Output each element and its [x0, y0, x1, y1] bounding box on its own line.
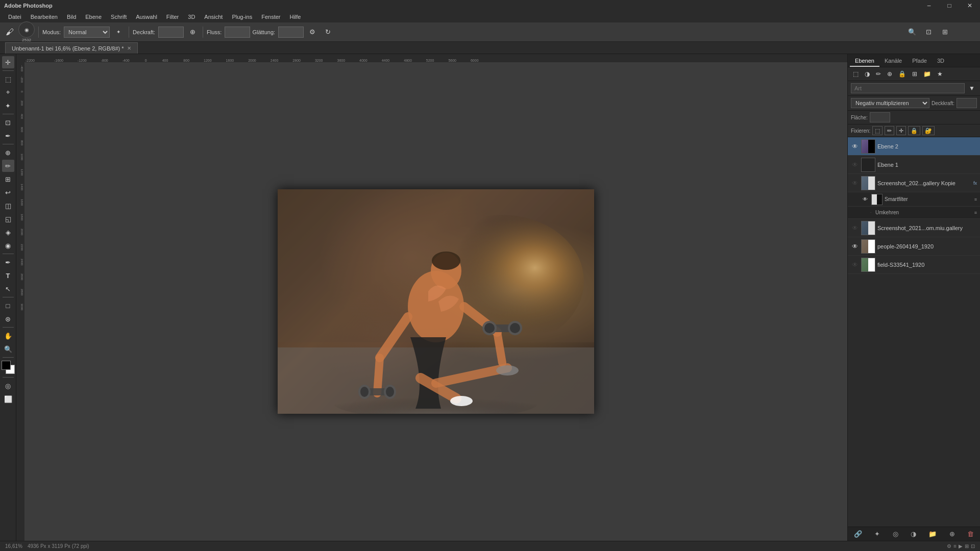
menu-3d[interactable]: 3D [184, 13, 199, 21]
airbrush-btn[interactable]: ✦ [112, 26, 125, 39]
history-brush-tool[interactable]: ↩ [2, 186, 14, 198]
type-tool[interactable]: T [2, 269, 14, 282]
menu-plugins[interactable]: Plug-ins [228, 13, 256, 21]
eraser-tool[interactable]: ◫ [2, 199, 14, 212]
layer-umkehren[interactable]: · Umkehren ≡ [848, 207, 980, 219]
folder-icon[interactable]: 📁 [921, 69, 933, 79]
pen-tool[interactable]: ✒ [2, 256, 14, 268]
smartfilter-options[interactable]: ≡ [974, 197, 977, 202]
document-tab[interactable]: Unbenannt-1 bei 16,6% (Ebene 2, RGB/8#) … [5, 42, 138, 54]
status-arrow-btn[interactable]: ▶ [959, 543, 963, 549]
shape-tool[interactable]: □ [2, 299, 14, 312]
lock-all-btn[interactable]: 🔐 [922, 126, 935, 135]
status-settings-btn[interactable]: ⚙ [947, 543, 951, 549]
add-adjustment-btn[interactable]: ◑ [909, 529, 918, 539]
deckraft-input[interactable]: 100% [158, 27, 184, 38]
menu-ansicht[interactable]: Ansicht [200, 13, 227, 21]
dodge-tool[interactable]: ◉ [2, 239, 14, 252]
layer-screenshot-miu[interactable]: 👁 Screenshot_2021...om.miu.gallery [848, 219, 980, 237]
add-group-btn[interactable]: 📁 [926, 529, 939, 539]
menu-bild[interactable]: Bild [63, 13, 80, 21]
layer-ebene1[interactable]: 👁 Ebene 1 [848, 156, 980, 174]
umkehren-eye[interactable]: · [868, 210, 873, 215]
hand-tool[interactable]: ✋ [2, 330, 14, 342]
stamp-tool[interactable]: ⊞ [2, 173, 14, 185]
star-icon[interactable]: ★ [935, 69, 945, 79]
opacity-input[interactable]: 78% [957, 98, 977, 108]
move-tool[interactable]: ✛ [2, 56, 14, 68]
lock-artboard-btn[interactable]: 🔒 [908, 126, 920, 135]
layer-blend-select[interactable]: Negativ multiplizieren Normal Multiplizi… [851, 98, 929, 108]
filter-type-icon[interactable]: ⬚ [851, 69, 861, 79]
layer-smartfilter[interactable]: 👁 Smartfilter ≡ [848, 192, 980, 207]
visibility-people[interactable]: 👁 [851, 242, 859, 251]
foreground-color[interactable] [2, 361, 11, 370]
menu-fenster[interactable]: Fenster [257, 13, 284, 21]
visibility-screenshot-gallery[interactable]: 👁 [851, 179, 859, 187]
lock-transparent-btn[interactable]: ⬚ [872, 126, 883, 135]
settings-icon[interactable]: ⚙ [306, 26, 319, 39]
fluss-input[interactable]: 100% [225, 27, 250, 38]
umkehren-options[interactable]: ≡ [974, 210, 977, 215]
brush-tool[interactable]: ✏ [2, 160, 14, 172]
rectangle-select-tool[interactable]: ⬚ [2, 73, 14, 85]
menu-hilfe[interactable]: Hilfe [285, 13, 305, 21]
visibility-smartfilter[interactable]: 👁 [861, 195, 869, 204]
adjustment-icon[interactable]: ◑ [863, 69, 872, 79]
status-grid-btn[interactable]: ⊞ [965, 543, 969, 549]
menu-datei[interactable]: Datei [4, 13, 26, 21]
rotate-icon[interactable]: ↻ [321, 26, 334, 39]
menu-ebene[interactable]: Ebene [81, 13, 106, 21]
search-icon[interactable]: 🔍 [905, 26, 919, 39]
eyedropper-tool[interactable]: ✒ [2, 130, 14, 142]
glattung-input[interactable]: 0% [278, 27, 304, 38]
lock-all-icon[interactable]: 🔒 [896, 69, 908, 79]
visibility-ebene1[interactable]: 👁 [851, 161, 859, 169]
maximize-button[interactable]: □ [939, 0, 960, 11]
layer-people[interactable]: 👁 people-2604149_1920 [848, 237, 980, 256]
screen-mode-tool[interactable]: ⬜ [2, 393, 14, 405]
add-mask-btn[interactable]: ◎ [891, 529, 900, 539]
pen-layer-icon[interactable]: ✏ [874, 69, 883, 79]
lock-pixels-btn[interactable]: ✏ [885, 126, 894, 135]
menu-bearbeiten[interactable]: Bearbeiten [27, 13, 62, 21]
tab-3d[interactable]: 3D [932, 56, 949, 67]
menu-filter[interactable]: Filter [162, 13, 183, 21]
layer-screenshot-gallery-kopie[interactable]: 👁 Screenshot_202...gallery Kopie fx [848, 174, 980, 192]
search-filter-btn[interactable]: ▼ [967, 84, 977, 93]
status-extra-btn[interactable]: ≡ [953, 543, 957, 549]
layer-search-input[interactable] [851, 83, 965, 93]
visibility-field[interactable]: 👁 [851, 261, 859, 269]
fill-input[interactable]: 100% [870, 112, 890, 122]
blur-tool[interactable]: ◈ [2, 226, 14, 238]
visibility-screenshot-miu[interactable]: 👁 [851, 224, 859, 232]
minimize-button[interactable]: – [919, 0, 939, 11]
healing-tool[interactable]: ⊕ [2, 146, 14, 159]
lasso-tool[interactable]: ⌖ [2, 86, 14, 98]
status-right-btn[interactable]: ⊡ [971, 543, 975, 549]
link-layers-btn[interactable]: 🔗 [852, 529, 864, 539]
close-button[interactable]: ✕ [960, 0, 980, 11]
tab-ebenen[interactable]: Ebenen [850, 56, 879, 67]
menu-schrift[interactable]: Schrift [107, 13, 131, 21]
tab-kanaele[interactable]: Kanäle [879, 56, 907, 67]
blend-mode-select[interactable]: Normal Multiplizieren [64, 27, 110, 38]
add-layer-icon[interactable]: ⊕ [885, 69, 894, 79]
crop-tool[interactable]: ⊡ [2, 116, 14, 129]
zoom-tool[interactable]: 🔍 [2, 343, 14, 355]
tool-options-icon[interactable]: 🖌 [3, 26, 16, 39]
tab-pfade[interactable]: Pfade [907, 56, 932, 67]
lock-position-btn[interactable]: ✛ [896, 126, 906, 135]
quick-select-tool[interactable]: ✦ [2, 99, 14, 112]
layer-field[interactable]: 👁 field-S33541_1920 [848, 256, 980, 274]
extra-icon[interactable]: ⊞ [938, 26, 951, 39]
brush-preset-btn[interactable]: ◉ [18, 21, 35, 38]
add-style-btn[interactable]: ✦ [872, 529, 882, 539]
delete-layer-btn[interactable]: 🗑 [965, 529, 976, 539]
layer-ebene2[interactable]: 👁 Ebene 2 [848, 137, 980, 156]
group-icon[interactable]: ⊞ [910, 69, 919, 79]
deckraft-icon[interactable]: ⊕ [186, 26, 199, 39]
add-layer-btn[interactable]: ⊕ [947, 529, 957, 539]
tab-close-btn[interactable]: ✕ [127, 45, 131, 51]
gradient-tool[interactable]: ◱ [2, 213, 14, 225]
